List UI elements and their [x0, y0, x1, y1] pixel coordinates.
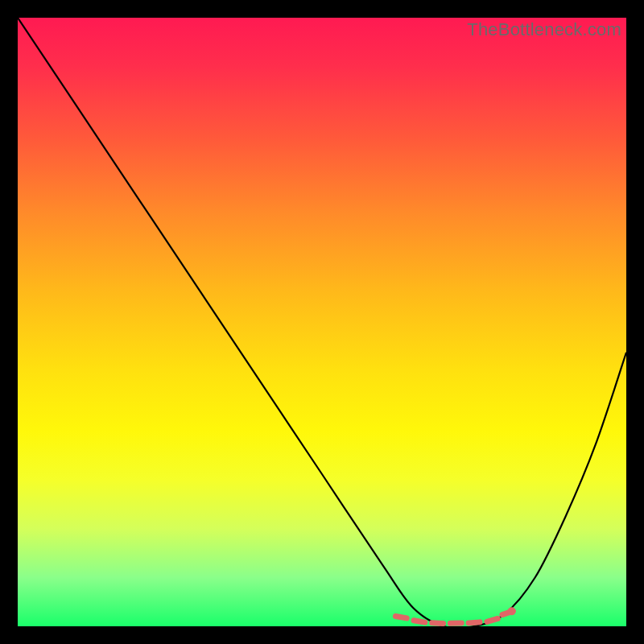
highlight-dash — [432, 623, 444, 624]
chart-svg — [18, 18, 626, 626]
bottleneck-curve-path — [18, 18, 626, 626]
curve-group — [18, 18, 626, 626]
highlight-dash — [487, 618, 497, 621]
plot-area: TheBottleneck.com — [18, 18, 626, 626]
highlight-end-dot — [508, 607, 516, 615]
chart-container: TheBottleneck.com — [0, 0, 644, 644]
marker-group — [395, 607, 515, 623]
highlight-dash — [414, 621, 425, 622]
highlight-dash — [395, 616, 407, 617]
highlight-dash — [469, 622, 480, 623]
